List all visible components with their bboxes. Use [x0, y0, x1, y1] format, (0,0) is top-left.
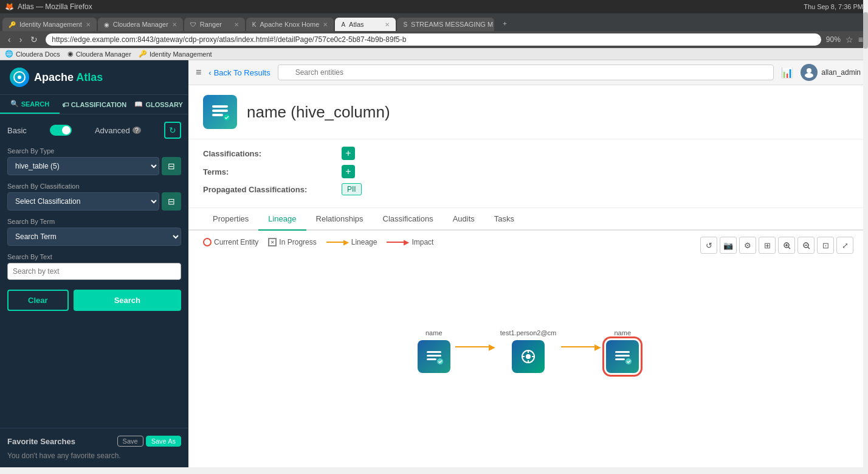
classification-nav-icon: 🏷: [62, 101, 69, 108]
firefox-icon: 🦊: [5, 2, 14, 11]
search-classification-select[interactable]: Select Classification: [7, 192, 159, 211]
search-term-select[interactable]: Search Term: [7, 228, 181, 246]
tab-audits[interactable]: Audits: [443, 208, 484, 231]
tab-streams[interactable]: S STREAMS MESSAGING M ✕: [397, 18, 494, 31]
lineage-filter-button[interactable]: ⊞: [759, 237, 776, 254]
close-icon-ranger[interactable]: ✕: [234, 21, 239, 28]
bookmark-identity-management[interactable]: 🔑 Identity Management: [139, 50, 212, 58]
lineage-settings-button[interactable]: ⚙: [739, 237, 756, 254]
address-input[interactable]: [46, 33, 821, 46]
back-to-results-link[interactable]: ‹ Back To Results: [208, 68, 270, 77]
bookmark-cloudera-manager[interactable]: ◉ Cloudera Manager: [67, 50, 131, 58]
search-nav-icon: 🔍: [10, 100, 19, 108]
search-entities-wrap: 🔍: [278, 64, 774, 80]
pii-badge: PII: [342, 183, 362, 195]
new-tab-button[interactable]: ＋: [495, 16, 556, 31]
svg-rect-4: [212, 105, 228, 108]
close-icon-atlas[interactable]: ✕: [385, 21, 390, 28]
arrow-head-2: ▶: [594, 342, 601, 352]
mode-toggle-switch[interactable]: [50, 125, 72, 136]
clear-button[interactable]: Clear: [7, 290, 69, 311]
type-filter-button[interactable]: ⊟: [162, 157, 181, 175]
terms-label: Terms:: [203, 167, 337, 176]
lineage-screenshot-button[interactable]: 📷: [720, 237, 737, 254]
lineage-node-source[interactable]: name: [418, 329, 450, 373]
tab-icon-streams: S: [403, 21, 407, 28]
lineage-label: Lineage: [351, 238, 377, 246]
svg-point-2: [807, 68, 811, 73]
close-icon-cloudera[interactable]: ✕: [172, 21, 177, 28]
arrow-line-1: [455, 346, 489, 347]
bookmark-icon-identity: 🔑: [139, 50, 147, 58]
chart-icon[interactable]: 📊: [781, 67, 793, 78]
lineage-refresh-button[interactable]: ↺: [700, 237, 717, 254]
refresh-search-button[interactable]: ↻: [164, 122, 181, 139]
arrow-line-2: [561, 346, 594, 347]
search-by-text-label: Search By Text: [7, 253, 181, 260]
lineage-node-target[interactable]: name: [606, 329, 639, 373]
bookmark-icon[interactable]: ☆: [846, 35, 853, 44]
tab-label-identity: Identity Management: [19, 21, 82, 28]
close-icon-identity[interactable]: ✕: [86, 21, 91, 28]
search-type-select[interactable]: hive_table (5): [7, 157, 159, 175]
lineage-node-process[interactable]: test1.person2@cm: [500, 329, 557, 373]
add-classification-button[interactable]: +: [342, 147, 355, 160]
menu-icon[interactable]: ≡: [858, 35, 863, 44]
tab-properties[interactable]: Properties: [203, 208, 258, 231]
tab-cloudera-manager[interactable]: ◉ Cloudera Manager ✕: [98, 18, 183, 31]
search-entities-input[interactable]: [278, 64, 774, 80]
lineage-zoom-in-button[interactable]: [778, 237, 795, 254]
zoom-level: 90%: [826, 35, 841, 44]
lineage-arrow-icon: ▶: [326, 238, 349, 246]
add-term-button[interactable]: +: [342, 165, 355, 178]
node-target-icon: [606, 340, 639, 373]
search-text-input[interactable]: [7, 263, 181, 280]
save-search-button[interactable]: Save: [117, 436, 143, 447]
sidebar-item-classification[interactable]: 🏷 CLASSIFICATION: [60, 95, 129, 114]
hamburger-icon[interactable]: ≡: [196, 67, 201, 78]
tab-label-ranger: Ranger: [200, 21, 222, 28]
lineage-fit-button[interactable]: ⊡: [817, 237, 834, 254]
chevron-left-icon: ‹: [208, 68, 211, 77]
refresh-button[interactable]: ↻: [27, 33, 41, 46]
lineage-nodes: name: [418, 329, 639, 373]
svg-rect-15: [427, 351, 441, 353]
save-as-search-button[interactable]: Save As: [146, 436, 181, 447]
back-button[interactable]: ‹: [5, 33, 14, 46]
user-info[interactable]: allan_admin: [801, 64, 861, 81]
svg-rect-6: [212, 114, 223, 116]
node-target-label: name: [614, 329, 631, 336]
main-content: ≡ ‹ Back To Results 🔍 📊 allan_admin: [188, 60, 868, 467]
sidebar-search-panel: Basic Advanced ? ↻ Search By Type hive_t…: [0, 114, 188, 428]
tab-apache-knox[interactable]: K Apache Knox Home ✕: [246, 18, 334, 31]
bookmarks-bar: 🌐 Cloudera Docs ◉ Cloudera Manager 🔑 Ide…: [0, 48, 868, 60]
close-icon-knox[interactable]: ✕: [323, 21, 328, 28]
glossary-nav-icon: 📖: [134, 100, 143, 108]
tab-tasks[interactable]: Tasks: [484, 208, 524, 231]
tab-identity-management[interactable]: 🔑 Identity Management ✕: [2, 18, 97, 31]
user-avatar: [801, 64, 818, 81]
propagated-classifications-label: Propagated Classifications:: [203, 185, 337, 194]
tab-lineage[interactable]: Lineage: [258, 208, 306, 231]
forward-button[interactable]: ›: [16, 33, 26, 46]
svg-point-18: [437, 358, 443, 364]
tab-relationships[interactable]: Relationships: [306, 208, 373, 231]
main-toolbar: ≡ ‹ Back To Results 🔍 📊 allan_admin: [188, 60, 868, 85]
lineage-zoom-out-button[interactable]: [797, 237, 815, 254]
scrollbar-thumb[interactable]: [863, 12, 868, 49]
tab-classifications[interactable]: Classifications: [373, 208, 443, 231]
sidebar-item-glossary[interactable]: 📖 GLOSSARY: [129, 95, 188, 114]
sidebar-item-search[interactable]: 🔍 SEARCH: [0, 95, 60, 114]
lineage-fullscreen-button[interactable]: ⤢: [836, 237, 853, 254]
in-progress-label: In Progress: [279, 238, 316, 246]
tab-atlas[interactable]: A Atlas ✕: [335, 18, 396, 31]
tab-ranger[interactable]: 🛡 Ranger ✕: [184, 18, 245, 31]
node-source-label: name: [425, 329, 443, 336]
bookmark-cloudera-docs[interactable]: 🌐 Cloudera Docs: [5, 50, 60, 58]
search-type-row: hive_table (5) ⊟: [7, 157, 181, 175]
lineage-canvas: name: [203, 254, 853, 436]
search-button[interactable]: Search: [74, 290, 181, 311]
vertical-scrollbar[interactable]: [863, 0, 868, 467]
classification-filter-button[interactable]: ⊟: [162, 192, 181, 211]
svg-rect-17: [427, 358, 436, 360]
